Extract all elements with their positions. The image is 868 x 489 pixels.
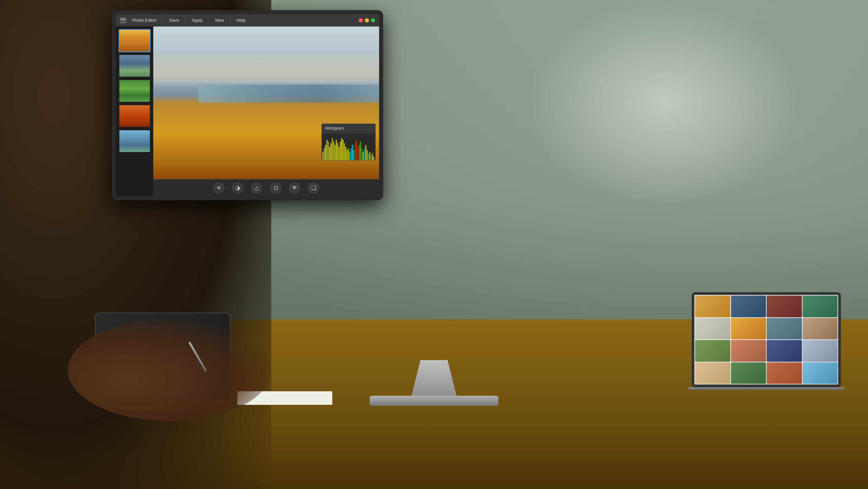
laptop-thumb-6 <box>731 318 766 340</box>
histogram-svg <box>322 133 375 160</box>
svg-rect-27 <box>359 145 360 160</box>
bottom-toolbar: ☀ ◑ △ ⊡ 👁 ❑ <box>153 179 379 196</box>
svg-rect-10 <box>336 140 337 160</box>
svg-rect-28 <box>360 142 361 160</box>
laptop-thumb-7 <box>767 318 802 340</box>
app-title-label: Photo Editor <box>129 16 160 24</box>
menu-save[interactable]: Save <box>166 16 183 24</box>
svg-rect-23 <box>353 150 354 160</box>
menu-help[interactable]: Help <box>233 16 249 24</box>
laptop-thumb-11 <box>767 340 802 362</box>
svg-rect-34 <box>368 153 369 160</box>
svg-rect-38 <box>373 157 374 160</box>
main-monitor: 📷 Photo Editor Save Apply New Help <box>112 10 383 200</box>
svg-rect-16 <box>344 143 345 160</box>
svg-rect-0 <box>322 152 323 160</box>
menu-separator-2 <box>185 18 185 23</box>
svg-rect-21 <box>351 148 352 160</box>
svg-rect-5 <box>329 147 330 160</box>
svg-rect-36 <box>371 155 372 160</box>
mountains-layer <box>153 50 379 80</box>
main-image-canvas[interactable]: Histogram <box>153 26 379 179</box>
thumbnail-4-image <box>119 105 150 127</box>
svg-rect-19 <box>348 148 349 160</box>
menu-apply[interactable]: Apply <box>188 16 206 24</box>
laptop-thumb-12 <box>803 340 838 362</box>
svg-rect-30 <box>362 152 363 160</box>
editor-content: Histogram <box>116 26 379 196</box>
svg-rect-6 <box>331 143 332 160</box>
app-icon: 📷 <box>120 17 126 23</box>
contrast-tool[interactable]: ◑ <box>232 182 244 194</box>
svg-rect-20 <box>349 152 350 160</box>
svg-rect-26 <box>357 147 358 160</box>
histogram-title: Histogram <box>322 124 375 133</box>
thumbnail-5-image <box>119 130 150 152</box>
window-controls <box>359 18 375 22</box>
thumbnail-2[interactable] <box>119 54 151 77</box>
menu-separator-3 <box>209 18 209 23</box>
svg-rect-7 <box>332 138 333 160</box>
svg-rect-2 <box>325 145 326 160</box>
thumbnail-strip[interactable] <box>116 26 153 196</box>
thumbnail-5[interactable] <box>119 130 151 153</box>
svg-rect-29 <box>361 148 362 160</box>
laptop-thumb-14 <box>731 362 766 384</box>
svg-rect-4 <box>328 142 329 160</box>
layers-tool[interactable]: ❑ <box>308 182 320 194</box>
svg-rect-25 <box>356 140 357 160</box>
thumbnail-3[interactable] <box>119 79 151 102</box>
svg-rect-37 <box>372 153 373 160</box>
close-button[interactable] <box>359 18 363 22</box>
menu-new[interactable]: New <box>212 16 228 24</box>
laptop-thumb-15 <box>767 362 802 384</box>
laptop-thumb-2 <box>731 296 766 317</box>
laptop-photo-grid <box>694 295 838 384</box>
maximize-button[interactable] <box>371 18 375 22</box>
laptop-thumb-16 <box>803 362 838 384</box>
menu-separator-1 <box>163 18 163 23</box>
crop-tool[interactable]: ⊡ <box>270 182 282 194</box>
thumbnail-4[interactable] <box>119 105 151 128</box>
tone-tool[interactable]: △ <box>251 182 263 194</box>
laptop-thumb-5 <box>695 318 730 340</box>
background-light <box>529 0 800 204</box>
thumbnail-3-image <box>119 80 150 102</box>
view-tool[interactable]: 👁 <box>289 182 301 194</box>
svg-rect-8 <box>333 142 334 160</box>
svg-rect-35 <box>369 152 370 160</box>
thumbnail-1-image <box>119 30 150 52</box>
svg-rect-22 <box>352 145 353 160</box>
svg-rect-1 <box>324 148 325 160</box>
histogram-chart <box>322 133 375 160</box>
svg-rect-13 <box>340 142 341 160</box>
laptop-thumb-3 <box>767 296 802 317</box>
laptop-thumb-13 <box>695 362 730 384</box>
thumbnail-1[interactable] <box>119 29 151 52</box>
svg-rect-31 <box>364 148 365 160</box>
svg-rect-24 <box>355 143 356 160</box>
svg-rect-9 <box>335 145 336 160</box>
svg-rect-18 <box>347 150 348 160</box>
svg-rect-11 <box>337 143 338 160</box>
laptop-screen <box>692 292 841 387</box>
svg-rect-3 <box>327 140 328 160</box>
titlebar: 📷 Photo Editor Save Apply New Help <box>116 14 379 26</box>
brightness-tool[interactable]: ☀ <box>213 182 225 194</box>
laptop-thumb-10 <box>731 340 766 362</box>
svg-rect-12 <box>338 147 339 160</box>
laptop-thumb-9 <box>695 340 730 362</box>
svg-rect-14 <box>341 138 342 160</box>
monitor-base <box>370 396 498 406</box>
minimize-button[interactable] <box>365 18 369 22</box>
laptop-thumb-8 <box>803 318 838 340</box>
thumbnail-2-image <box>119 55 150 77</box>
svg-rect-32 <box>365 145 366 160</box>
laptop <box>692 292 841 397</box>
laptop-thumb-4 <box>803 296 838 317</box>
laptop-thumb-1 <box>695 296 730 317</box>
canvas-area: Histogram <box>153 26 379 196</box>
histogram-panel: Histogram <box>321 124 376 161</box>
person-arm <box>68 319 271 421</box>
svg-rect-33 <box>367 150 368 160</box>
